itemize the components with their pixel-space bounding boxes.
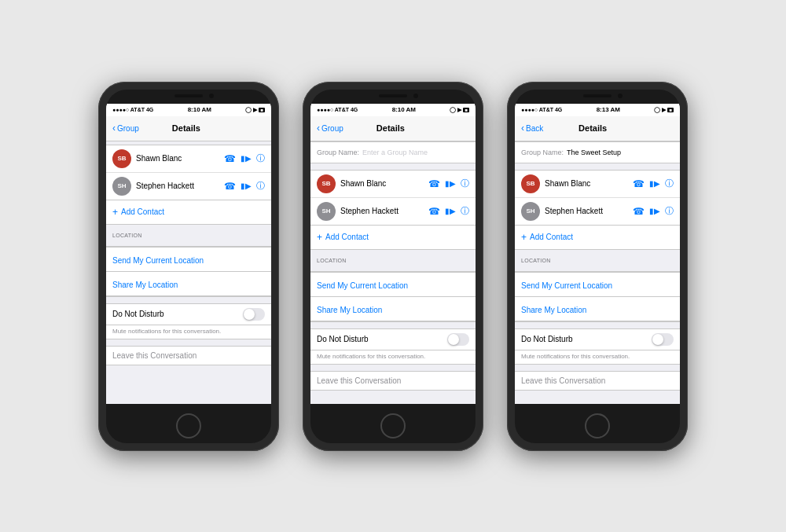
status-bar-3: ●●●●○ AT&T 4G 8:13 AM ◯ ▶ ■	[515, 104, 680, 116]
contact-name-3-0: Shawn Blanc	[545, 179, 633, 188]
info-icon-1-0[interactable]: ⓘ	[256, 152, 265, 164]
location-section-2: Send My Current Location Share My Locati…	[310, 271, 476, 322]
video-icon-2-0[interactable]: ▮▶	[445, 179, 456, 188]
dnd-row-1: Do Not Disturb	[106, 303, 271, 325]
nav-bar-2: ‹ Group Details	[310, 116, 476, 141]
info-icon-3-1[interactable]: ⓘ	[665, 205, 674, 217]
avatar-initials-3-0: SB	[526, 180, 534, 187]
carrier-text-3: ●●●●○ AT&T 4G	[521, 107, 562, 112]
location-row-3-1[interactable]: Share My Location	[515, 297, 680, 321]
video-icon-2-1[interactable]: ▮▶	[445, 207, 456, 215]
nav-bar-1: ‹ Group Details	[106, 116, 271, 141]
status-time-2: 8:10 AM	[392, 106, 416, 113]
leave-row-2[interactable]: Leave this Conversation	[310, 371, 476, 391]
phone-2: ●●●●○ AT&T 4G 8:10 AM ◯ ▶ ■ ‹ Group De	[303, 82, 483, 451]
plus-icon-3: +	[521, 232, 527, 243]
phone-icon-2-0[interactable]: ☎	[428, 178, 440, 189]
content-1: SB Shawn Blanc ☎ ▮▶ ⓘ S	[106, 141, 271, 404]
avatar-3-1: SH	[521, 202, 540, 221]
plus-icon-1: +	[112, 207, 118, 218]
video-icon-3-1[interactable]: ▮▶	[649, 207, 660, 215]
dnd-sub-1: Mute notifications for this conversation…	[106, 325, 271, 339]
group-name-label-2: Group Name:	[317, 149, 359, 156]
location-row-2-1[interactable]: Share My Location	[310, 297, 476, 321]
location-link-2-1: Share My Location	[317, 306, 382, 314]
video-icon-3-0[interactable]: ▮▶	[649, 179, 660, 188]
add-contact-row-2[interactable]: + Add Contact	[310, 226, 476, 249]
phone-icon-1-0[interactable]: ☎	[224, 153, 236, 164]
location-row-3-0[interactable]: Send My Current Location	[515, 272, 680, 297]
contact-icons-3-1: ☎ ▮▶ ⓘ	[633, 205, 674, 217]
avatar-initials-1-0: SB	[117, 155, 126, 162]
home-button-2[interactable]	[380, 413, 406, 438]
location-row-1-0[interactable]: Send My Current Location	[106, 247, 271, 272]
status-time-3: 8:13 AM	[597, 106, 620, 113]
nav-bar-3: ‹ Back Details	[515, 116, 680, 141]
phone-icon-3-0[interactable]: ☎	[633, 178, 645, 189]
nav-title-1: Details	[172, 123, 200, 133]
contact-name-1-1: Stephen Hackett	[136, 182, 224, 190]
phone-icon-3-1[interactable]: ☎	[633, 206, 645, 217]
info-icon-2-1[interactable]: ⓘ	[461, 205, 469, 217]
plus-icon-2: +	[317, 232, 322, 243]
home-button-1[interactable]	[176, 413, 201, 438]
status-icons-3: ◯ ▶ ■	[654, 107, 674, 113]
location-row-2-0[interactable]: Send My Current Location	[310, 272, 476, 297]
phone-icon-2-1[interactable]: ☎	[428, 206, 440, 217]
add-contact-section-3: + Add Contact	[515, 226, 680, 250]
add-contact-row-1[interactable]: + Add Contact	[106, 200, 271, 224]
back-button-3[interactable]: ‹ Back	[521, 123, 543, 134]
add-contact-section-1: + Add Contact	[106, 200, 271, 225]
contacts-list-1: SB Shawn Blanc ☎ ▮▶ ⓘ S	[106, 145, 271, 200]
dnd-toggle-1[interactable]	[243, 308, 265, 321]
status-icons-2: ◯ ▶ ■	[450, 107, 469, 113]
screen-content-3: ●●●●○ AT&T 4G 8:13 AM ◯ ▶ ■ ‹ Back Det	[515, 104, 680, 404]
location-header-1: LOCATION	[106, 229, 271, 240]
leave-section-1: Leave this Conversation	[106, 346, 271, 365]
back-button-2[interactable]: ‹ Group	[317, 123, 343, 134]
location-row-1-1[interactable]: Share My Location	[106, 272, 271, 296]
carrier-text-1: ●●●●○ AT&T 4G	[112, 107, 153, 112]
content-3: Group Name: The Sweet Setup SB Shawn Bla…	[515, 141, 680, 404]
leave-row-1[interactable]: Leave this Conversation	[106, 346, 271, 365]
group-name-placeholder-2: Enter a Group Name	[362, 149, 428, 156]
chevron-left-icon-2: ‹	[317, 123, 320, 134]
location-section-1: Send My Current Location Share My Locati…	[106, 246, 271, 297]
info-icon-1-1[interactable]: ⓘ	[256, 180, 265, 192]
avatar-initials-3-1: SH	[526, 207, 534, 215]
status-icons-1: ◯ ▶ ■	[245, 107, 265, 113]
leave-row-3[interactable]: Leave this Conversation	[515, 371, 680, 391]
contact-icons-2-1: ☎ ▮▶ ⓘ	[428, 205, 469, 217]
add-contact-row-3[interactable]: + Add Contact	[515, 226, 680, 249]
contacts-list-2: SB Shawn Blanc ☎ ▮▶ ⓘ S	[310, 170, 476, 226]
group-name-row-2[interactable]: Group Name: Enter a Group Name	[310, 141, 476, 163]
phones-container: ●●●●○ AT&T 4G 8:10 AM ◯ ▶ ■ ‹ Group De	[98, 82, 688, 451]
location-link-3-0: Send My Current Location	[521, 281, 612, 290]
status-carrier-3: ●●●●○ AT&T 4G	[521, 107, 562, 112]
info-icon-3-0[interactable]: ⓘ	[665, 178, 674, 189]
video-icon-1-1[interactable]: ▮▶	[241, 182, 252, 190]
home-button-3[interactable]	[585, 413, 610, 438]
status-bar-1: ●●●●○ AT&T 4G 8:10 AM ◯ ▶ ■	[106, 104, 271, 116]
video-icon-1-0[interactable]: ▮▶	[241, 154, 252, 163]
dnd-toggle-3[interactable]	[652, 333, 674, 346]
add-contact-section-2: + Add Contact	[310, 226, 476, 250]
dnd-section-1: Do Not Disturb Mute notifications for th…	[106, 303, 271, 339]
group-name-row-3[interactable]: Group Name: The Sweet Setup	[515, 141, 680, 163]
dnd-label-3: Do Not Disturb	[521, 335, 573, 343]
phone-1: ●●●●○ AT&T 4G 8:10 AM ◯ ▶ ■ ‹ Group De	[98, 82, 279, 451]
phone-icon-1-1[interactable]: ☎	[224, 181, 236, 192]
dnd-toggle-2[interactable]	[447, 333, 469, 346]
contacts-list-3: SB Shawn Blanc ☎ ▮▶ ⓘ S	[515, 170, 680, 226]
info-icon-2-0[interactable]: ⓘ	[461, 178, 469, 189]
contact-icons-3-0: ☎ ▮▶ ⓘ	[633, 178, 674, 189]
contact-name-2-0: Shawn Blanc	[340, 179, 428, 188]
back-button-1[interactable]: ‹ Group	[112, 123, 139, 134]
contact-icons-1-1: ☎ ▮▶ ⓘ	[224, 180, 265, 192]
screen-content-1: ●●●●○ AT&T 4G 8:10 AM ◯ ▶ ■ ‹ Group De	[106, 104, 271, 404]
contact-name-2-1: Stephen Hackett	[340, 207, 428, 215]
content-2: Group Name: Enter a Group Name SB Shawn …	[310, 141, 476, 404]
location-link-3-1: Share My Location	[521, 306, 586, 314]
location-link-1-0: Send My Current Location	[112, 256, 204, 265]
contact-row-1-0: SB Shawn Blanc ☎ ▮▶ ⓘ	[106, 145, 271, 173]
